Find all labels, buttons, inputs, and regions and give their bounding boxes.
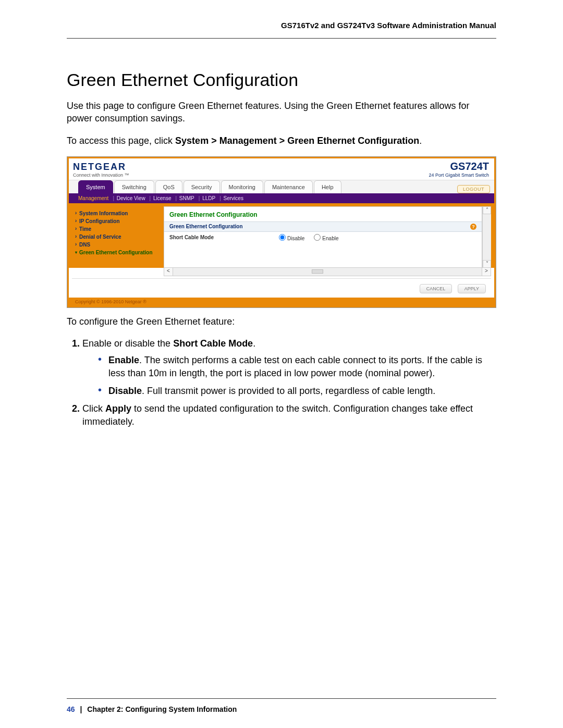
- radio-enable[interactable]: Enable: [314, 234, 338, 241]
- step2-suffix: to send the updated configuration to the…: [82, 403, 473, 426]
- bullet-disable-text: . Full transmit power is provided to all…: [142, 386, 435, 396]
- access-suffix: .: [419, 135, 422, 146]
- step2-bold: Apply: [105, 403, 131, 414]
- access-sep1: >: [209, 135, 219, 146]
- brand-block: NETGEAR Connect with Innovation ™: [73, 162, 129, 178]
- section-heading: Green Ethernet Configuration: [67, 70, 496, 90]
- bullet-enable-text: . The switch performs a cable test on ea…: [108, 355, 482, 378]
- steps-list: Enable or disable the Short Cable Mode. …: [67, 337, 496, 428]
- radio-disable[interactable]: Disable: [279, 234, 304, 241]
- step1-bold: Short Cable Mode: [173, 338, 253, 349]
- sidebar-item-green[interactable]: Green Ethernet Configuration: [75, 249, 161, 256]
- row-short-cable-mode: Short Cable Mode Disable Enable: [164, 232, 482, 243]
- help-icon[interactable]: ?: [470, 224, 476, 230]
- logout-button[interactable]: LOGOUT: [457, 185, 490, 193]
- subnav-deviceview[interactable]: Device View: [117, 195, 145, 201]
- step-2: Click Apply to send the updated configur…: [82, 402, 496, 428]
- subnav-sep: |: [113, 195, 114, 201]
- tab-system[interactable]: System: [78, 180, 113, 193]
- vertical-scrollbar[interactable]: ˄ ˅: [482, 206, 491, 268]
- radio-enable-input[interactable]: [314, 234, 321, 241]
- hscroll-grip[interactable]: [312, 269, 323, 274]
- tab-security[interactable]: Security: [183, 180, 220, 193]
- access-path-management: Management: [219, 135, 277, 146]
- access-path-green: Green Ethernet Configuration: [287, 135, 419, 146]
- access-prefix: To access this page, click: [67, 135, 175, 146]
- panel-header: Green Ethernet Configuration ?: [164, 221, 482, 232]
- radio-disable-input[interactable]: [279, 234, 286, 241]
- subnav-services[interactable]: Services: [224, 195, 243, 201]
- subnav-lldp[interactable]: LLDP: [202, 195, 215, 201]
- bullet-enable: Enable. The switch performs a cable test…: [98, 354, 496, 379]
- intro-paragraph: Use this page to configure Green Etherne…: [67, 100, 496, 125]
- scroll-left-icon[interactable]: <: [164, 268, 173, 276]
- primary-tabs: System Switching QoS Security Monitoring…: [69, 180, 494, 193]
- chapter-label: Chapter 2: Configuring System Informatio…: [87, 705, 237, 713]
- tab-switching[interactable]: Switching: [114, 180, 154, 193]
- model-subtitle: 24 Port Gigabit Smart Switch: [429, 172, 489, 178]
- tab-maintenance[interactable]: Maintenance: [264, 180, 313, 193]
- page-footer: 46 | Chapter 2: Configuring System Infor…: [67, 705, 237, 713]
- access-path-system: System: [175, 135, 209, 146]
- sidebar-item-time[interactable]: Time: [75, 225, 161, 233]
- model-block: GS724T 24 Port Gigabit Smart Switch: [429, 161, 489, 178]
- subnav-sep: |: [199, 195, 200, 201]
- page-number: 46: [67, 705, 75, 713]
- subnav-sep: |: [150, 195, 151, 201]
- content-panel: Green Ethernet Configuration Green Ether…: [164, 206, 482, 268]
- access-paragraph: To access this page, click System > Mana…: [67, 134, 496, 147]
- sidebar-item-ipconfig[interactable]: IP Configuration: [75, 217, 161, 225]
- footer-sep: |: [80, 705, 82, 713]
- tab-monitoring[interactable]: Monitoring: [221, 180, 263, 193]
- apply-button[interactable]: APPLY: [458, 284, 486, 293]
- subnav-snmp[interactable]: SNMP: [179, 195, 194, 201]
- hscroll-track[interactable]: [173, 268, 482, 276]
- scroll-down-icon[interactable]: ˅: [483, 260, 491, 268]
- panel-footer: CANCEL APPLY: [72, 278, 491, 298]
- doc-header: GS716Tv2 and GS724Tv3 Software Administr…: [67, 21, 496, 39]
- footer-rule: [67, 698, 496, 699]
- step-1: Enable or disable the Short Cable Mode. …: [82, 337, 496, 397]
- secondary-nav: Management| Device View| License| SNMP| …: [69, 193, 494, 203]
- bullet-disable: Disable. Full transmit power is provided…: [98, 385, 496, 397]
- subnav-sep: |: [219, 195, 221, 201]
- panel-title: Green Ethernet Configuration: [164, 207, 482, 221]
- sidebar-item-dos[interactable]: Denial of Service: [75, 233, 161, 241]
- subnav-management[interactable]: Management: [78, 195, 108, 201]
- radio-enable-label: Enable: [322, 236, 338, 241]
- horizontal-scrollbar[interactable]: < >: [164, 268, 491, 276]
- step1-prefix: Enable or disable the: [82, 338, 173, 349]
- row-label: Short Cable Mode: [169, 235, 279, 240]
- bullet-enable-label: Enable: [108, 355, 139, 365]
- scroll-right-icon[interactable]: >: [482, 268, 491, 276]
- scroll-up-icon[interactable]: ˄: [483, 206, 491, 214]
- brand-tagline: Connect with Innovation ™: [73, 172, 129, 178]
- sidebar-item-dns[interactable]: DNS: [75, 241, 161, 249]
- copyright-line: Copyright © 1996-2010 Netgear ®: [69, 298, 494, 306]
- brand-logo: NETGEAR: [73, 162, 129, 172]
- access-sep2: >: [277, 135, 288, 146]
- bullet-disable-label: Disable: [108, 386, 142, 396]
- sidebar-item-sysinfo[interactable]: System Information: [75, 209, 161, 217]
- panel-header-label: Green Ethernet Configuration: [169, 224, 243, 229]
- radio-disable-label: Disable: [287, 236, 304, 241]
- step2-prefix: Click: [82, 403, 105, 414]
- cancel-button[interactable]: CANCEL: [420, 284, 452, 293]
- step1-suffix: .: [253, 338, 255, 349]
- tab-help[interactable]: Help: [314, 180, 341, 193]
- sidebar: System Information IP Configuration Time…: [72, 206, 164, 268]
- tab-qos[interactable]: QoS: [155, 180, 182, 193]
- ui-screenshot: NETGEAR Connect with Innovation ™ GS724T…: [67, 156, 496, 308]
- configure-lead: To configure the Green Ethernet feature:: [67, 315, 496, 328]
- scroll-track[interactable]: [483, 214, 491, 260]
- subnav-sep: |: [175, 195, 177, 201]
- model-name: GS724T: [429, 161, 489, 172]
- subnav-license[interactable]: License: [153, 195, 171, 201]
